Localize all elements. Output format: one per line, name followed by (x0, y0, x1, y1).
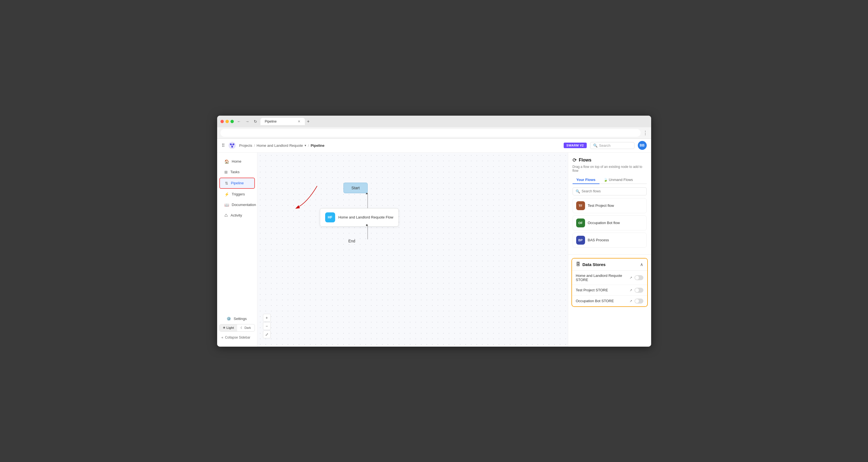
flows-panel-header: ⟳ Flows (572, 157, 647, 163)
sidebar-item-tasks[interactable]: ⊞ Tasks (219, 167, 255, 177)
search-flows-input[interactable] (582, 189, 644, 193)
grid-icon[interactable]: ⠿ (222, 143, 225, 148)
data-stores-icon: 🗄 (576, 262, 580, 267)
window-close-button[interactable] (220, 120, 224, 123)
reload-button[interactable]: ↻ (253, 118, 258, 125)
flow-badge-bp-text: BP (579, 238, 583, 242)
swarm-badge: SWARM V2 (564, 143, 587, 148)
unmand-flows-label: Unmand Flows (609, 178, 633, 182)
sidebar-label-settings: Settings (234, 317, 247, 321)
back-button[interactable]: ← (236, 118, 242, 125)
data-store-tp-toggle[interactable] (634, 288, 643, 293)
tasks-icon: ⊞ (224, 170, 228, 174)
sidebar-item-home[interactable]: 🏠 Home (219, 156, 255, 167)
your-flows-label: Your Flows (577, 178, 596, 182)
data-store-ob-toggle[interactable] (634, 298, 643, 304)
flow-badge-tf-text: TF (579, 204, 582, 207)
sidebar-label-triggers: Triggers (232, 192, 245, 196)
breadcrumb-dropdown-button[interactable]: ▾ (305, 144, 306, 147)
data-store-hlr-toggle[interactable] (634, 275, 643, 280)
flow-badge-bp: BP (576, 236, 585, 244)
data-store-item-tp: Test Project STORE ↗ (572, 285, 647, 296)
breadcrumb-project[interactable]: Home and Landlord Requote (256, 143, 303, 148)
flow-name-occupation-bot: Occupation Bot flow (588, 221, 620, 225)
sidebar-item-triggers[interactable]: ⚡ Triggers (219, 189, 255, 199)
flows-subtitle: Drag a flow on top of an existing node t… (572, 165, 647, 173)
tab-close-icon[interactable]: ✕ (298, 119, 301, 123)
zoom-out-button[interactable]: − (263, 322, 271, 330)
theme-dark-label: Dark (244, 326, 251, 329)
data-stores-title-row: 🗄 Data Stores (576, 262, 606, 267)
flow-item-test-project[interactable]: TF Test Project flow (572, 198, 647, 213)
connector-flow-to-end (367, 225, 368, 239)
flow-name-bas-process: BAS Process (588, 238, 609, 242)
fit-button[interactable]: ⤢ (263, 330, 271, 338)
sidebar: 🏠 Home ⊞ Tasks ⇅ Pipeline ⚡ Triggers (217, 153, 257, 347)
tab-title: Pipeline (265, 119, 277, 123)
home-icon: 🏠 (224, 159, 229, 164)
data-store-item-ob: Occupation Bot STORE ↗ (572, 296, 647, 306)
tab-unmand-flows[interactable]: 🍃 Unmand Flows (599, 176, 637, 184)
data-store-tp-link[interactable]: ↗ (629, 288, 632, 292)
main-content: 🏠 Home ⊞ Tasks ⇅ Pipeline ⚡ Triggers (217, 153, 651, 347)
sidebar-item-pipeline[interactable]: ⇅ Pipeline (219, 178, 255, 189)
navbar-search-box[interactable]: 🔍 Search (590, 142, 634, 149)
sidebar-label-tasks: Tasks (230, 170, 240, 174)
data-store-hlr-name: Home and Landlord Requote STORE (576, 273, 629, 282)
node-flow[interactable]: HF Home and Landlord Requote Flow (320, 208, 399, 227)
data-store-tp-name: Test Project STORE (576, 288, 629, 292)
svg-point-0 (228, 142, 236, 149)
settings-icon: ⚙️ (226, 317, 231, 321)
forward-button[interactable]: → (244, 118, 250, 125)
search-flows-icon: 🔍 (576, 189, 580, 194)
window-minimize-button[interactable] (225, 120, 229, 123)
data-store-ob-link[interactable]: ↗ (629, 299, 632, 303)
app-logo (228, 142, 236, 149)
avatar[interactable]: BB (638, 141, 647, 150)
data-stores-collapse-button[interactable]: ∧ (640, 262, 643, 267)
navbar-right: SWARM V2 🔍 Search BB (564, 141, 647, 150)
node-end[interactable]: End (348, 239, 355, 243)
address-bar-row: ⋮ (217, 127, 651, 139)
sun-icon: ☀ (223, 326, 225, 330)
flow-name-test-project: Test Project flow (588, 203, 614, 208)
search-flows-box[interactable]: 🔍 (572, 187, 647, 195)
flows-section: ⟳ Flows Drag a flow on top of an existin… (568, 153, 651, 255)
theme-dark-button[interactable]: ☾ Dark (237, 324, 255, 331)
data-stores-title: Data Stores (583, 262, 606, 267)
breadcrumb-sep-2: / (308, 143, 309, 148)
breadcrumb-sep-1: / (254, 143, 255, 148)
node-start[interactable]: Start (343, 183, 368, 193)
theme-light-label: Light (226, 326, 234, 329)
breadcrumb-projects[interactable]: Projects (239, 143, 252, 148)
search-icon: 🔍 (593, 143, 597, 148)
flow-node-badge: HF (325, 212, 335, 222)
data-store-hlr-link[interactable]: ↗ (629, 276, 632, 280)
collapse-sidebar-button[interactable]: « Collapse Sidebar (219, 334, 255, 341)
canvas-area[interactable]: Start HF Home and Landlord Requote Flow (257, 153, 568, 347)
search-label: Search (599, 143, 611, 148)
window-maximize-button[interactable] (230, 120, 234, 123)
data-store-item-hlr: Home and Landlord Requote STORE ↗ (572, 271, 647, 285)
documentation-icon: 📖 (224, 203, 229, 207)
sidebar-item-activity[interactable]: ♺ Activity (219, 210, 255, 221)
address-bar-input[interactable] (220, 129, 641, 137)
tab-your-flows[interactable]: Your Flows (572, 176, 599, 184)
new-tab-button[interactable]: + (305, 118, 312, 125)
flows-icon: ⟳ (572, 157, 577, 163)
data-stores-header: 🗄 Data Stores ∧ (572, 259, 647, 271)
triggers-icon: ⚡ (224, 192, 229, 197)
flow-item-occupation-bot[interactable]: OF Occupation Bot flow (572, 215, 647, 230)
theme-light-button[interactable]: ☀ Light (220, 324, 237, 331)
zoom-in-button[interactable]: + (263, 314, 271, 322)
browser-menu-button[interactable]: ⋮ (643, 130, 648, 136)
flows-title: Flows (579, 157, 591, 163)
flow-item-bas-process[interactable]: BP BAS Process (572, 233, 647, 248)
flow-badge-of-text: OF (579, 221, 583, 225)
sidebar-item-documentation[interactable]: 📖 Documentation (219, 200, 255, 210)
sidebar-item-settings[interactable]: ⚙️ Settings (222, 314, 253, 323)
flow-badge-tf: TF (576, 201, 585, 210)
browser-tab[interactable]: Pipeline ✕ (260, 118, 305, 125)
breadcrumb: Projects / Home and Landlord Requote ▾ /… (239, 143, 324, 148)
collapse-label: Collapse Sidebar (225, 336, 250, 339)
